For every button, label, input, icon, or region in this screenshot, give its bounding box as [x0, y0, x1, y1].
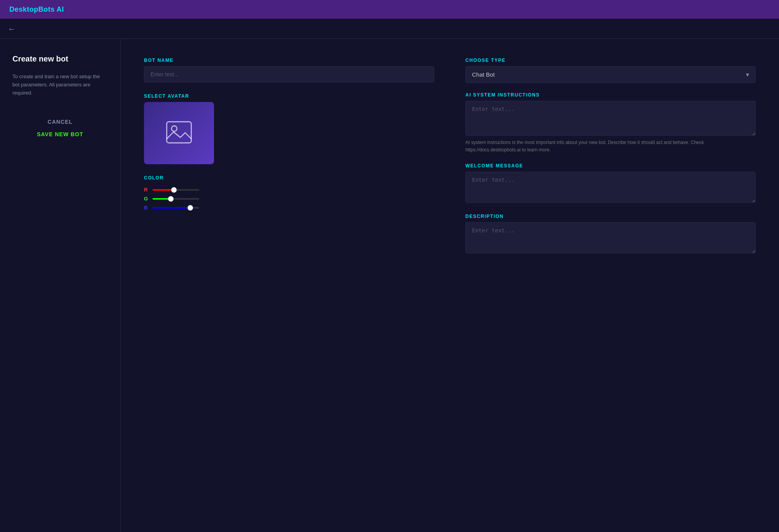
save-new-bot-button[interactable]: SAVE NEW BOT	[12, 131, 108, 137]
welcome-message-field: WELCOME MESSAGE	[465, 163, 756, 204]
sidebar-actions: CANCEL SAVE NEW BOT	[12, 119, 108, 137]
select-avatar-field: SELECT AVATAR	[144, 93, 434, 164]
bot-name-field: BOT NAME	[144, 58, 434, 83]
image-placeholder-icon	[165, 119, 193, 147]
top-nav: DesktopBots AI	[0, 0, 779, 19]
bot-name-input[interactable]	[144, 66, 434, 83]
left-column: BOT NAME SELECT AVATAR	[144, 58, 434, 255]
right-column: CHOOSE TYPE Chat Bot Voice Bot Task Bot …	[465, 58, 756, 255]
avatar-upload-area[interactable]	[144, 102, 214, 164]
cancel-button[interactable]: CANCEL	[12, 119, 108, 125]
description-input[interactable]	[465, 222, 756, 253]
back-button[interactable]: ←	[8, 25, 16, 33]
sidebar: Create new bot To create and train a new…	[0, 39, 121, 532]
welcome-message-input[interactable]	[465, 172, 756, 203]
welcome-message-label: WELCOME MESSAGE	[465, 163, 756, 169]
back-bar: ←	[0, 19, 779, 39]
svg-rect-0	[167, 122, 191, 143]
app-logo: DesktopBots AI	[9, 5, 64, 14]
choose-type-field: CHOOSE TYPE Chat Bot Voice Bot Task Bot …	[465, 58, 756, 83]
ai-instructions-input[interactable]	[465, 101, 756, 136]
color-b-row: B	[144, 205, 434, 211]
color-r-row: R	[144, 187, 434, 193]
color-label: COLOR	[144, 175, 434, 181]
description-label: DESCRIPTION	[465, 214, 756, 219]
choose-type-label: CHOOSE TYPE	[465, 58, 756, 63]
sidebar-title: Create new bot	[12, 54, 108, 63]
choose-type-wrapper: Chat Bot Voice Bot Task Bot ▼	[465, 66, 756, 83]
color-b-label: B	[144, 205, 149, 211]
color-r-label: R	[144, 187, 149, 193]
color-section: COLOR R G B	[144, 175, 434, 211]
bot-name-label: BOT NAME	[144, 58, 434, 63]
sidebar-description: To create and train a new bot setup the …	[12, 73, 108, 97]
color-g-label: G	[144, 196, 149, 202]
color-g-row: G	[144, 196, 434, 202]
main-layout: Create new bot To create and train a new…	[0, 39, 779, 532]
form-content: BOT NAME SELECT AVATAR	[121, 39, 779, 532]
ai-instructions-hint: AI system instructions is the most impor…	[465, 139, 756, 154]
color-g-slider[interactable]	[153, 198, 199, 200]
ai-instructions-field: AI SYSTEM INSTRUCTIONS AI system instruc…	[465, 92, 756, 154]
svg-point-1	[172, 126, 177, 131]
color-b-slider[interactable]	[153, 207, 199, 209]
description-field: DESCRIPTION	[465, 214, 756, 255]
select-avatar-label: SELECT AVATAR	[144, 93, 434, 99]
choose-type-select[interactable]: Chat Bot Voice Bot Task Bot	[465, 66, 756, 83]
ai-instructions-label: AI SYSTEM INSTRUCTIONS	[465, 92, 756, 98]
color-r-slider[interactable]	[153, 189, 199, 191]
